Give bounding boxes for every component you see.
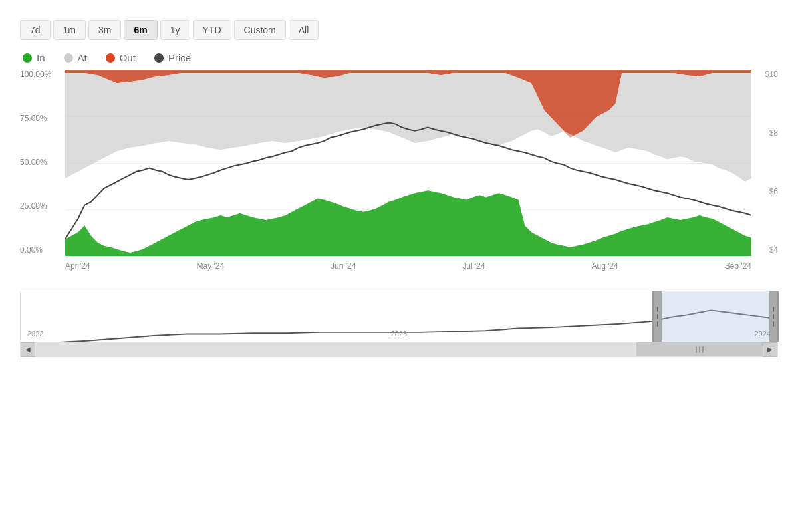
scroll-thumb[interactable] (636, 342, 763, 356)
scroll-left-btn[interactable]: ◀ (21, 342, 35, 357)
time-btn-6m[interactable]: 6m (124, 20, 157, 40)
nav-year-label: 2022 (27, 330, 43, 340)
legend-item-at: At (64, 52, 87, 63)
chart-svg-wrapper (65, 70, 751, 256)
time-btn-1m[interactable]: 1m (53, 20, 86, 40)
main-chart-svg (65, 70, 751, 256)
y-left-label: 75.00% (20, 114, 65, 123)
legend: InAtOutPrice (20, 52, 778, 63)
x-label: Jul '24 (462, 261, 485, 271)
scroll-right-btn[interactable]: ▶ (763, 342, 777, 357)
scrollbar[interactable]: ◀ ▶ (21, 342, 777, 356)
legend-item-price: Price (154, 52, 191, 63)
x-label: Apr '24 (65, 261, 90, 271)
y-left-label: 100.00% (20, 70, 65, 79)
time-btn-1y[interactable]: 1y (160, 20, 190, 40)
y-axis-left: 100.00%75.00%50.00%25.00%0.00% (20, 70, 65, 256)
y-left-label: 0.00% (20, 245, 65, 255)
legend-label-at: At (78, 52, 87, 63)
legend-item-in: In (23, 52, 45, 63)
main-chart: 100.00%75.00%50.00%25.00%0.00% $10$8$6$4 (20, 70, 778, 283)
legend-dot-out (106, 53, 115, 63)
y-axis-right: $10$8$6$4 (751, 70, 778, 256)
main-container: 7d1m3m6m1yYTDCustomAll InAtOutPrice 100.… (0, 0, 798, 532)
time-btn-custom[interactable]: Custom (234, 20, 286, 40)
legend-label-in: In (37, 52, 45, 63)
nav-year-label: 2024 (755, 330, 771, 340)
y-right-label: $8 (769, 128, 778, 138)
legend-label-price: Price (168, 52, 191, 63)
time-btn-7d[interactable]: 7d (20, 20, 51, 40)
nav-year-label: 2023 (391, 330, 407, 340)
legend-label-out: Out (120, 52, 136, 63)
legend-dot-in (23, 53, 32, 63)
y-left-label: 25.00% (20, 201, 65, 211)
scroll-track[interactable] (35, 342, 763, 356)
x-label: Aug '24 (591, 261, 618, 271)
legend-item-out: Out (106, 52, 136, 63)
y-right-label: $4 (769, 245, 778, 255)
x-axis: Apr '24May '24Jun '24Jul '24Aug '24Sep '… (65, 257, 751, 283)
time-btn-3m[interactable]: 3m (88, 20, 121, 40)
y-left-label: 50.00% (20, 158, 65, 167)
legend-dot-price (154, 53, 164, 63)
x-label: Jun '24 (331, 261, 356, 271)
y-right-label: $6 (769, 187, 778, 196)
navigator-year-labels: 202220232024 (21, 330, 777, 340)
navigator[interactable]: 202220232024 ◀ ▶ (20, 291, 778, 357)
time-btn-all[interactable]: All (289, 20, 319, 40)
y-right-label: $10 (765, 70, 778, 79)
x-label: Sep '24 (725, 261, 751, 271)
time-btn-ytd[interactable]: YTD (193, 20, 231, 40)
legend-dot-at (64, 53, 73, 63)
time-range-bar: 7d1m3m6m1yYTDCustomAll (20, 20, 778, 40)
x-label: May '24 (197, 261, 225, 271)
